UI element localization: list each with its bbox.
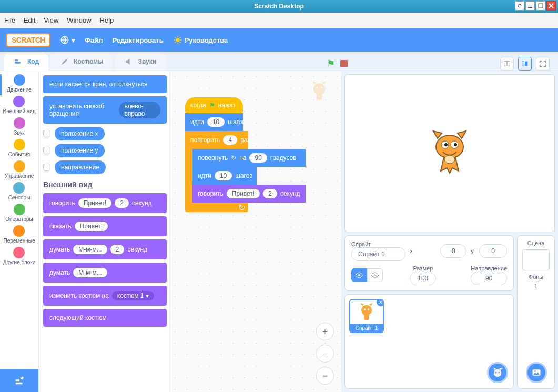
category-looks[interactable]: Внешний вид	[3, 96, 36, 114]
category-variables[interactable]: Переменные	[3, 225, 35, 244]
rollup-button[interactable]	[515, 1, 524, 11]
svg-rect-12	[15, 383, 22, 385]
svg-rect-10	[525, 62, 527, 66]
tab-code[interactable]: Код	[4, 53, 48, 71]
hide-sprite-button[interactable]	[367, 268, 383, 282]
monitor-direction-checkbox[interactable]	[43, 164, 50, 171]
green-flag-button[interactable]: ⚑	[327, 58, 335, 69]
menu-help[interactable]: Help	[100, 16, 114, 24]
menu-file[interactable]: File	[4, 16, 15, 24]
svg-point-21	[454, 143, 457, 146]
tab-costumes[interactable]: Костюмы	[50, 53, 113, 71]
block-y-position[interactable]: положение y	[55, 144, 105, 157]
topbar-file[interactable]: Файл	[85, 36, 103, 44]
x-input[interactable]: 0	[440, 244, 466, 258]
add-sprite-button[interactable]: +	[487, 362, 508, 383]
script-stack[interactable]: когда ⚑ нажат идти 10 шагов повторить 4 …	[185, 97, 306, 212]
script-repeat[interactable]: повторить 4 раз	[185, 131, 248, 149]
block-think-for-secs[interactable]: думать М-м-м... 2 секунд	[43, 239, 167, 259]
category-sensing[interactable]: Сенсоры	[8, 182, 31, 200]
operators-dot-icon	[14, 204, 25, 215]
block-direction[interactable]: направление	[55, 160, 106, 174]
category-sound[interactable]: Звук	[14, 117, 25, 136]
backdrop-thumbnail[interactable]	[522, 249, 550, 270]
script-say-msg-input[interactable]: Привет!	[227, 189, 260, 198]
script-turn[interactable]: повернуть ↻ на 90 градусов	[192, 149, 306, 167]
script-say-for[interactable]: говорить Привет! 2 секунд	[192, 185, 306, 203]
zoom-reset-button[interactable]: ＝	[316, 367, 334, 385]
costume-dropdown[interactable]: костюм 1 ▾	[112, 291, 154, 300]
think-msg-input[interactable]: М-м-м...	[73, 268, 107, 277]
menu-edit[interactable]: Edit	[24, 16, 35, 24]
block-palette[interactable]: если касается края, оттолкнуться установ…	[39, 71, 169, 392]
sprite-thumbnail[interactable]: ✕ Спрайт 1	[349, 299, 384, 333]
monitor-x-checkbox[interactable]	[43, 130, 50, 137]
topbar-edit[interactable]: Редактировать	[112, 36, 163, 44]
category-motion[interactable]: Движение	[7, 74, 32, 93]
minimize-button[interactable]	[525, 1, 535, 11]
block-set-rotation-style[interactable]: установить способ вращения влево-вправо	[43, 96, 167, 124]
visibility-toggle	[351, 268, 405, 282]
size-input[interactable]: 100	[410, 272, 436, 285]
chevron-down-icon: ▾	[72, 36, 75, 44]
maximize-button[interactable]	[536, 1, 545, 11]
monitor-y-checkbox[interactable]	[43, 147, 50, 154]
looks-dot-icon	[13, 96, 25, 107]
close-button[interactable]	[546, 1, 556, 11]
move2-val-input[interactable]: 10	[215, 171, 232, 180]
stage[interactable]	[344, 74, 555, 232]
menu-view[interactable]: View	[44, 16, 58, 24]
green-flag-icon: ⚑	[209, 102, 215, 109]
menu-window[interactable]: Window	[67, 16, 91, 24]
script-move-2[interactable]: идти 10 шагов	[192, 167, 257, 185]
block-think[interactable]: думать М-м-м...	[43, 263, 167, 283]
sprite-on-stage-icon	[426, 127, 473, 179]
script-move-1[interactable]: идти 10 шагов	[185, 113, 243, 131]
rotation-style-dropdown[interactable]: влево-вправо	[119, 102, 160, 118]
small-stage-button[interactable]	[500, 57, 514, 71]
delete-sprite-button[interactable]: ✕	[377, 299, 384, 306]
think-for-msg-input[interactable]: М-м-м...	[73, 245, 107, 254]
script-say-secs-input[interactable]: 2	[263, 189, 277, 198]
sprite-name-input[interactable]: Спрайт 1	[351, 247, 405, 261]
stop-button[interactable]	[340, 60, 348, 67]
workspace[interactable]: когда ⚑ нажат идти 10 шагов повторить 4 …	[169, 71, 341, 392]
say-for-secs-input[interactable]: 2	[115, 198, 129, 208]
variables-dot-icon	[13, 225, 25, 237]
fullscreen-button[interactable]	[536, 57, 550, 71]
say-for-msg-input[interactable]: Привет!	[78, 198, 111, 208]
block-x-position[interactable]: положение x	[55, 127, 105, 140]
zoom-in-button[interactable]: ＋	[316, 323, 334, 340]
block-say[interactable]: сказать Привет!	[43, 216, 167, 236]
block-if-on-edge-bounce[interactable]: если касается края, оттолкнуться	[43, 75, 167, 93]
y-input[interactable]: 0	[479, 244, 507, 258]
extension-button[interactable]	[0, 369, 38, 392]
category-events[interactable]: События	[8, 139, 30, 157]
large-stage-button[interactable]	[518, 57, 532, 71]
topbar-tutorials[interactable]: Руководства	[173, 35, 228, 45]
palette-looks-header: Внешний вид	[43, 180, 167, 189]
show-sprite-button[interactable]	[351, 268, 367, 282]
zoom-out-button[interactable]: －	[316, 345, 334, 363]
tab-sounds[interactable]: Звуки	[115, 53, 166, 71]
direction-input[interactable]: 90	[471, 272, 507, 285]
say-msg-input[interactable]: Привет!	[75, 222, 108, 231]
block-switch-costume[interactable]: изменить костюм на костюм 1 ▾	[43, 286, 167, 306]
category-operators[interactable]: Операторы	[5, 204, 33, 222]
scratch-logo[interactable]: SCRATCH	[6, 33, 50, 47]
sprite-list: ✕ Спрайт 1 +	[344, 294, 514, 389]
block-say-for-secs[interactable]: говорить Привет! 2 секунд	[43, 193, 167, 213]
category-myblocks[interactable]: Другие блоки	[3, 247, 36, 265]
language-button[interactable]: ▾	[60, 35, 75, 45]
block-when-flag-clicked[interactable]: когда ⚑ нажат	[185, 97, 243, 113]
add-backdrop-button[interactable]	[526, 362, 547, 383]
turn-val-input[interactable]: 90	[249, 153, 267, 163]
block-next-costume[interactable]: следующий костюм	[43, 309, 167, 327]
eye-closed-icon	[371, 272, 379, 278]
backdrops-label: Фоны	[529, 274, 543, 280]
move1-val-input[interactable]: 10	[207, 117, 225, 127]
category-control[interactable]: Управление	[5, 160, 34, 179]
repeat-val-input[interactable]: 4	[223, 135, 237, 145]
repeat-loop-end: ↻	[185, 203, 248, 212]
think-for-secs-input[interactable]: 2	[110, 245, 125, 254]
